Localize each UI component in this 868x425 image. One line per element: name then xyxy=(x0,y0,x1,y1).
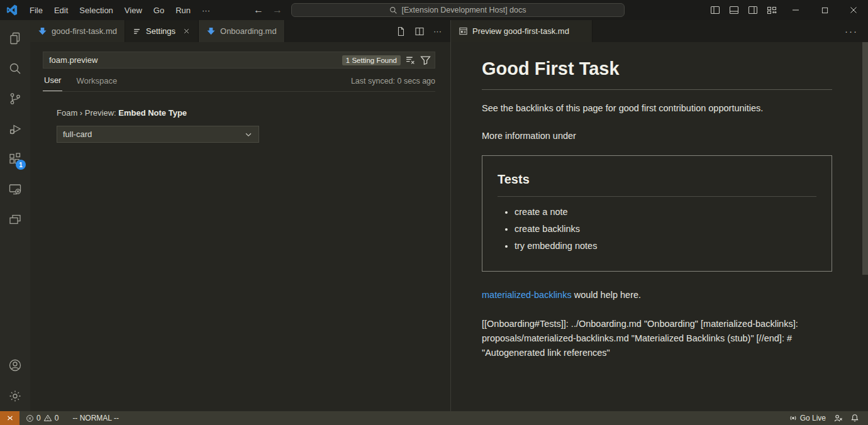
run-and-debug-icon[interactable] xyxy=(0,114,30,144)
go-live-label: Go Live xyxy=(800,414,826,422)
markdown-file-icon xyxy=(38,26,47,36)
vscode-logo-icon xyxy=(0,4,24,16)
status-bar: 0 0 -- NORMAL -- Go Live xyxy=(0,411,868,425)
window-maximize-button[interactable] xyxy=(810,0,839,20)
setting-name: Embed Note Type xyxy=(118,108,187,118)
link-tail-text: would help here. xyxy=(572,290,641,300)
list-item: try embedding notes xyxy=(515,240,816,253)
source-control-icon[interactable] xyxy=(0,84,30,114)
tab-onboarding[interactable]: Onboarding.md xyxy=(199,20,285,42)
menu-edit[interactable]: Edit xyxy=(48,0,74,20)
tab-preview-good-first-task[interactable]: Preview good-first-task.md xyxy=(451,20,593,42)
settings-editor: foam.preview 1 Setting Found User Worksp… xyxy=(30,42,450,411)
link-references-text: [[Onboarding#Tests]]: ../Onboarding.md "… xyxy=(482,317,832,360)
preview-paragraph: More information under xyxy=(482,130,832,143)
settings-search-input[interactable]: foam.preview 1 Setting Found xyxy=(43,52,435,69)
menu-go[interactable]: Go xyxy=(148,0,170,20)
editor-groups: good-first-task.md Settings Onboarding. xyxy=(30,20,868,411)
warning-count: 0 xyxy=(55,414,59,422)
editor-actions-left: ··· xyxy=(396,20,450,42)
editor-actions-overflow-icon[interactable]: ··· xyxy=(845,20,868,42)
toggle-primary-sidebar-icon[interactable] xyxy=(706,1,725,19)
remote-explorer-icon[interactable] xyxy=(0,174,30,204)
tab-label: good-first-task.md xyxy=(52,26,117,36)
embedded-note-card: Tests create a note create backlinks try… xyxy=(482,155,832,272)
accounts-icon[interactable] xyxy=(0,351,30,381)
preview-heading: Good First Task xyxy=(482,55,832,90)
tab-bar-right: Preview good-first-task.md ··· xyxy=(451,20,868,42)
menu-view[interactable]: View xyxy=(119,0,148,20)
live-share-status[interactable] xyxy=(830,411,847,425)
command-center[interactable]: [Extension Development Host] docs xyxy=(291,3,625,17)
markdown-preview-icon xyxy=(459,26,468,36)
remote-indicator[interactable] xyxy=(0,411,19,425)
toggle-panel-icon[interactable] xyxy=(725,1,743,19)
markdown-file-icon xyxy=(206,26,216,36)
tab-label: Settings xyxy=(146,26,175,36)
list-item: create a note xyxy=(515,206,816,219)
menu-run[interactable]: Run xyxy=(170,0,196,20)
list-item: create backlinks xyxy=(515,223,816,236)
navigate-back-icon[interactable]: ← xyxy=(253,4,264,16)
title-bar-right xyxy=(706,0,868,20)
clear-search-results-icon[interactable] xyxy=(405,55,416,65)
selected-option: full-card xyxy=(63,130,92,139)
window-minimize-button[interactable] xyxy=(781,0,810,20)
editor-group-right: Preview good-first-task.md ··· Good Firs… xyxy=(451,20,868,411)
error-icon xyxy=(26,414,34,422)
tab-settings[interactable]: Settings xyxy=(125,20,199,42)
last-synced-status: Last synced: 0 secs ago xyxy=(351,77,435,91)
preview-paragraph: See the backlinks of this page for good … xyxy=(482,102,832,116)
toggle-secondary-sidebar-icon[interactable] xyxy=(743,1,762,19)
tab-close-icon[interactable] xyxy=(182,27,191,35)
title-bar: File Edit Selection View Go Run ··· ← → … xyxy=(0,0,868,20)
preview-paragraph: materialized-backlinks would help here. xyxy=(482,289,832,302)
tab-label: Preview good-first-task.md xyxy=(472,26,569,36)
embedded-note-heading: Tests xyxy=(498,170,816,197)
warning-icon xyxy=(43,414,52,422)
navigate-forward-icon[interactable]: → xyxy=(272,4,282,16)
menu-selection[interactable]: Selection xyxy=(74,0,118,20)
open-changes-icon[interactable] xyxy=(396,26,406,36)
split-editor-icon[interactable] xyxy=(415,26,425,36)
settings-result-count-badge: 1 Setting Found xyxy=(342,55,401,65)
tab-label: Onboarding.md xyxy=(220,26,277,36)
search-view-icon[interactable] xyxy=(0,53,30,84)
workbench: 1 good-first-task.md xyxy=(0,20,868,411)
command-center-title: [Extension Development Host] docs xyxy=(401,6,526,14)
search-icon xyxy=(389,6,398,14)
error-count: 0 xyxy=(36,414,41,422)
setting-category: Foam › Preview: xyxy=(57,108,118,118)
settings-scope-tabs: User Workspace Last synced: 0 secs ago xyxy=(43,69,435,92)
broadcast-icon xyxy=(789,414,798,422)
person-x-icon xyxy=(833,414,843,423)
extensions-badge: 1 xyxy=(16,160,26,170)
problems-status[interactable]: 0 0 xyxy=(22,411,62,425)
more-actions-icon[interactable]: ··· xyxy=(433,26,442,36)
editor-layouts-icon[interactable] xyxy=(0,204,30,235)
extensions-icon[interactable]: 1 xyxy=(0,144,30,174)
explorer-icon[interactable] xyxy=(0,23,30,53)
settings-editor-icon xyxy=(133,27,142,36)
manage-settings-gear-icon[interactable] xyxy=(0,381,30,411)
materialized-backlinks-link[interactable]: materialized-backlinks xyxy=(482,290,572,300)
setting-item-embed-note-type: Foam › Preview: Embed Note Type full-car… xyxy=(57,108,435,143)
markdown-preview: Good First Task See the backlinks of thi… xyxy=(451,42,868,411)
menu-file[interactable]: File xyxy=(24,0,48,20)
vim-mode-indicator[interactable]: -- NORMAL -- xyxy=(69,411,123,425)
settings-search-value: foam.preview xyxy=(49,55,342,65)
preview-scrollbar[interactable] xyxy=(862,42,868,275)
tab-good-first-task[interactable]: good-first-task.md xyxy=(30,20,125,42)
notifications-bell-icon[interactable] xyxy=(847,411,863,425)
go-live-button[interactable]: Go Live xyxy=(785,411,830,425)
editor-group-left: good-first-task.md Settings Onboarding. xyxy=(30,20,450,411)
scope-tab-workspace[interactable]: Workspace xyxy=(75,76,118,91)
window-close-button[interactable] xyxy=(839,0,868,20)
menu-overflow[interactable]: ··· xyxy=(196,0,216,20)
chevron-down-icon xyxy=(244,130,253,139)
activity-bar: 1 xyxy=(0,20,30,411)
filter-settings-icon[interactable] xyxy=(420,55,431,65)
embed-note-type-select[interactable]: full-card xyxy=(57,126,259,143)
customize-layout-icon[interactable] xyxy=(762,1,781,19)
scope-tab-user[interactable]: User xyxy=(43,75,62,91)
